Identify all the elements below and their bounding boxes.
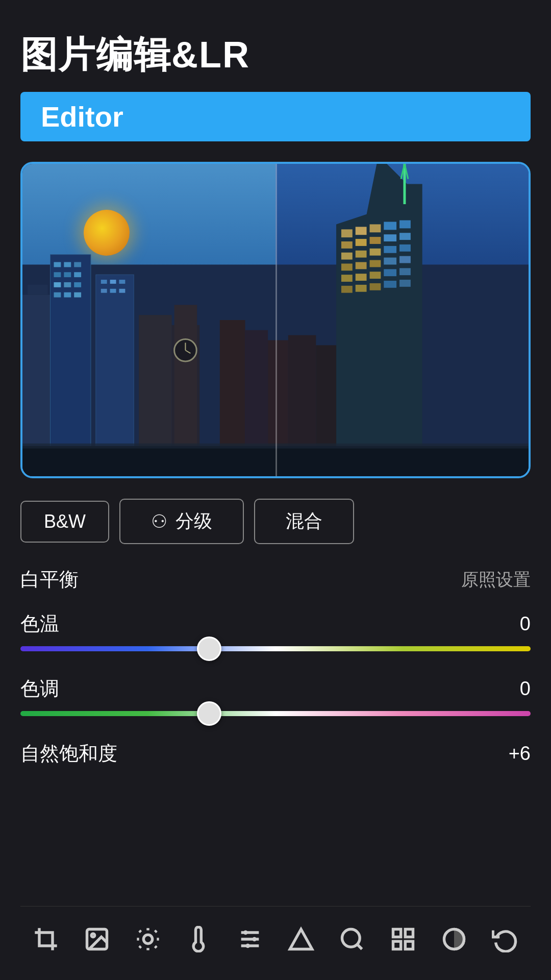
svg-rect-12 bbox=[64, 282, 71, 287]
temperature-tool[interactable] bbox=[179, 919, 219, 960]
grade-label: 分级 bbox=[176, 509, 212, 534]
svg-rect-43 bbox=[370, 249, 381, 256]
svg-rect-33 bbox=[370, 224, 381, 232]
temperature-slider[interactable] bbox=[20, 646, 531, 651]
search-icon bbox=[336, 923, 368, 955]
crop-icon bbox=[30, 923, 62, 955]
thermometer-icon bbox=[183, 923, 215, 955]
image-tool[interactable] bbox=[77, 919, 117, 960]
frame-icon bbox=[387, 923, 419, 955]
svg-rect-8 bbox=[54, 272, 61, 277]
svg-rect-45 bbox=[399, 244, 411, 252]
svg-rect-92 bbox=[405, 929, 413, 937]
svg-rect-19 bbox=[110, 280, 116, 284]
circle-tool[interactable] bbox=[434, 919, 474, 960]
half-circle-icon bbox=[438, 923, 470, 955]
temperature-value: 0 bbox=[520, 613, 531, 635]
tint-value: 0 bbox=[520, 678, 531, 700]
svg-point-86 bbox=[252, 937, 257, 942]
image-icon bbox=[81, 923, 113, 955]
svg-rect-31 bbox=[341, 229, 353, 237]
svg-rect-55 bbox=[399, 268, 411, 275]
circles-icon: ⚇ bbox=[151, 511, 167, 532]
svg-rect-50 bbox=[399, 256, 411, 263]
temperature-thumb[interactable] bbox=[197, 636, 221, 661]
svg-rect-20 bbox=[119, 280, 125, 284]
temperature-slider-row: 色温 0 bbox=[20, 611, 531, 651]
svg-rect-51 bbox=[341, 275, 353, 282]
svg-marker-88 bbox=[290, 929, 312, 949]
crop-tool[interactable] bbox=[26, 919, 66, 960]
toolbar-buttons: B&W ⚇ 分级 混合 bbox=[20, 499, 531, 544]
natural-saturation-value: +6 bbox=[509, 743, 531, 765]
temperature-label: 色温 bbox=[20, 611, 59, 637]
svg-rect-56 bbox=[341, 286, 353, 293]
photo-preview[interactable] bbox=[20, 162, 531, 478]
svg-rect-40 bbox=[399, 233, 411, 240]
grade-button[interactable]: ⚇ 分级 bbox=[119, 499, 244, 544]
svg-rect-52 bbox=[356, 274, 367, 281]
frame-tool[interactable] bbox=[383, 919, 423, 960]
mix-button[interactable]: 混合 bbox=[254, 499, 354, 544]
svg-rect-46 bbox=[341, 263, 353, 271]
svg-line-80 bbox=[139, 946, 141, 948]
svg-point-72 bbox=[91, 934, 95, 937]
svg-point-87 bbox=[245, 944, 250, 948]
compare-divider[interactable] bbox=[276, 164, 277, 476]
bottom-toolbar bbox=[20, 906, 531, 980]
svg-rect-42 bbox=[356, 251, 367, 258]
svg-rect-94 bbox=[405, 941, 413, 949]
svg-rect-36 bbox=[341, 241, 353, 249]
app-title: 图片编辑&LR bbox=[20, 31, 531, 80]
svg-rect-54 bbox=[384, 269, 396, 276]
svg-rect-15 bbox=[64, 292, 71, 298]
svg-rect-21 bbox=[101, 289, 107, 293]
svg-rect-41 bbox=[341, 253, 353, 260]
svg-rect-39 bbox=[384, 234, 396, 241]
white-balance-row: 白平衡 原照设置 bbox=[20, 567, 531, 593]
svg-rect-44 bbox=[384, 246, 396, 253]
bw-button[interactable]: B&W bbox=[20, 501, 109, 543]
adjust-tool[interactable] bbox=[230, 919, 270, 960]
tint-slider[interactable] bbox=[20, 711, 531, 716]
svg-rect-6 bbox=[64, 262, 71, 267]
light-icon bbox=[132, 923, 164, 955]
svg-rect-37 bbox=[356, 239, 367, 246]
svg-rect-59 bbox=[384, 281, 396, 288]
triangle-icon bbox=[285, 923, 317, 955]
svg-rect-49 bbox=[384, 258, 396, 265]
svg-rect-57 bbox=[356, 285, 367, 292]
editor-badge: Editor bbox=[20, 92, 531, 141]
tint-thumb[interactable] bbox=[197, 701, 221, 726]
page: 图片编辑&LR Editor bbox=[0, 0, 551, 980]
svg-rect-35 bbox=[399, 220, 411, 229]
svg-rect-34 bbox=[384, 222, 396, 230]
svg-rect-11 bbox=[54, 282, 61, 287]
shape-tool[interactable] bbox=[281, 919, 321, 960]
undo-tool[interactable] bbox=[485, 919, 525, 960]
svg-rect-18 bbox=[101, 280, 107, 284]
svg-rect-53 bbox=[370, 272, 381, 279]
svg-rect-4 bbox=[51, 255, 91, 476]
tint-label: 色调 bbox=[20, 676, 59, 702]
svg-rect-14 bbox=[54, 292, 61, 298]
city-scene bbox=[22, 164, 529, 476]
svg-rect-47 bbox=[356, 262, 367, 269]
search-tool[interactable] bbox=[332, 919, 372, 960]
svg-rect-16 bbox=[74, 292, 81, 298]
natural-saturation-row: 自然饱和度 +6 bbox=[20, 741, 531, 776]
natural-saturation-label: 自然饱和度 bbox=[20, 741, 117, 767]
svg-line-79 bbox=[155, 946, 157, 948]
sliders-icon bbox=[234, 923, 266, 955]
svg-rect-32 bbox=[356, 227, 367, 235]
svg-rect-7 bbox=[74, 262, 81, 267]
svg-point-85 bbox=[243, 930, 248, 935]
svg-rect-10 bbox=[74, 272, 81, 277]
svg-rect-2 bbox=[28, 285, 48, 295]
svg-rect-48 bbox=[370, 260, 381, 267]
svg-point-73 bbox=[143, 935, 152, 943]
svg-rect-60 bbox=[399, 280, 411, 287]
svg-rect-93 bbox=[393, 941, 401, 949]
tint-slider-row: 色调 0 bbox=[20, 676, 531, 716]
light-tool[interactable] bbox=[128, 919, 168, 960]
